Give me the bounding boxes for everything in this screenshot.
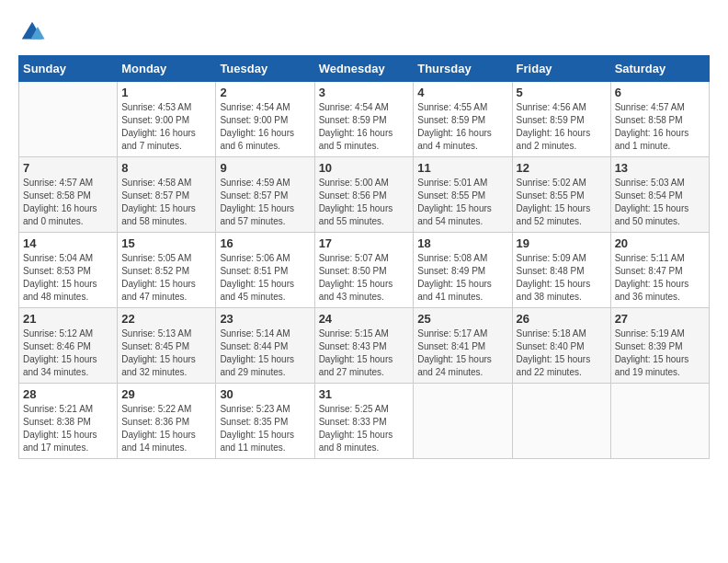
calendar-cell: 12Sunrise: 5:02 AM Sunset: 8:55 PM Dayli… — [512, 157, 610, 233]
day-info: Sunrise: 5:03 AM Sunset: 8:54 PM Dayligh… — [615, 177, 705, 228]
day-number: 24 — [319, 312, 410, 326]
calendar-cell: 1Sunrise: 4:53 AM Sunset: 9:00 PM Daylig… — [118, 82, 216, 157]
day-number: 22 — [121, 312, 211, 326]
week-row-3: 14Sunrise: 5:04 AM Sunset: 8:53 PM Dayli… — [19, 233, 710, 308]
day-info: Sunrise: 5:15 AM Sunset: 8:43 PM Dayligh… — [319, 327, 410, 379]
calendar-cell: 4Sunrise: 4:55 AM Sunset: 8:59 PM Daylig… — [414, 82, 512, 157]
day-number: 18 — [417, 236, 507, 250]
day-number: 21 — [23, 312, 113, 326]
calendar-cell: 29Sunrise: 5:22 AM Sunset: 8:36 PM Dayli… — [118, 384, 216, 459]
day-number: 15 — [121, 236, 211, 250]
day-info: Sunrise: 5:01 AM Sunset: 8:55 PM Dayligh… — [417, 177, 507, 228]
calendar-header: SundayMondayTuesdayWednesdayThursdayFrid… — [19, 56, 710, 82]
day-info: Sunrise: 4:53 AM Sunset: 9:00 PM Dayligh… — [121, 101, 211, 153]
calendar-cell: 19Sunrise: 5:09 AM Sunset: 8:48 PM Dayli… — [512, 233, 610, 308]
day-info: Sunrise: 5:19 AM Sunset: 8:39 PM Dayligh… — [615, 327, 705, 379]
day-info: Sunrise: 5:21 AM Sunset: 8:38 PM Dayligh… — [23, 403, 113, 454]
calendar-cell: 11Sunrise: 5:01 AM Sunset: 8:55 PM Dayli… — [414, 157, 512, 233]
calendar-cell: 15Sunrise: 5:05 AM Sunset: 8:52 PM Dayli… — [118, 233, 216, 308]
calendar-cell: 22Sunrise: 5:13 AM Sunset: 8:45 PM Dayli… — [118, 308, 216, 384]
day-number: 19 — [517, 236, 607, 250]
calendar-cell: 27Sunrise: 5:19 AM Sunset: 8:39 PM Dayli… — [610, 308, 709, 384]
calendar-cell: 31Sunrise: 5:25 AM Sunset: 8:33 PM Dayli… — [314, 384, 414, 459]
calendar-cell: 25Sunrise: 5:17 AM Sunset: 8:41 PM Dayli… — [414, 308, 512, 384]
calendar-table: SundayMondayTuesdayWednesdayThursdayFrid… — [18, 55, 710, 459]
week-row-4: 21Sunrise: 5:12 AM Sunset: 8:46 PM Dayli… — [19, 308, 710, 384]
calendar-cell: 26Sunrise: 5:18 AM Sunset: 8:40 PM Dayli… — [512, 308, 610, 384]
day-info: Sunrise: 5:04 AM Sunset: 8:53 PM Dayligh… — [23, 252, 113, 304]
day-number: 9 — [220, 161, 310, 175]
day-number: 12 — [517, 161, 607, 175]
calendar-cell — [610, 384, 709, 459]
day-number: 16 — [220, 236, 310, 250]
week-row-2: 7Sunrise: 4:57 AM Sunset: 8:58 PM Daylig… — [19, 157, 710, 233]
calendar-cell: 2Sunrise: 4:54 AM Sunset: 9:00 PM Daylig… — [216, 82, 314, 157]
header-tuesday: Tuesday — [216, 56, 314, 82]
day-info: Sunrise: 4:56 AM Sunset: 8:59 PM Dayligh… — [517, 101, 607, 153]
header-row: SundayMondayTuesdayWednesdayThursdayFrid… — [19, 56, 710, 82]
day-number: 11 — [417, 161, 507, 175]
day-number: 6 — [615, 86, 705, 99]
week-row-1: 1Sunrise: 4:53 AM Sunset: 9:00 PM Daylig… — [19, 82, 710, 157]
day-info: Sunrise: 4:55 AM Sunset: 8:59 PM Dayligh… — [417, 101, 507, 153]
day-number: 1 — [121, 86, 211, 99]
day-info: Sunrise: 5:05 AM Sunset: 8:52 PM Dayligh… — [121, 252, 211, 304]
header-monday: Monday — [118, 56, 216, 82]
day-number: 7 — [23, 161, 113, 175]
day-number: 13 — [615, 161, 705, 175]
day-info: Sunrise: 5:17 AM Sunset: 8:41 PM Dayligh… — [417, 327, 507, 379]
calendar-cell: 5Sunrise: 4:56 AM Sunset: 8:59 PM Daylig… — [512, 82, 610, 157]
day-info: Sunrise: 5:09 AM Sunset: 8:48 PM Dayligh… — [517, 252, 607, 304]
day-info: Sunrise: 5:02 AM Sunset: 8:55 PM Dayligh… — [517, 177, 607, 228]
calendar-cell: 30Sunrise: 5:23 AM Sunset: 8:35 PM Dayli… — [216, 384, 314, 459]
day-number: 8 — [121, 161, 211, 175]
header-friday: Friday — [512, 56, 610, 82]
day-info: Sunrise: 5:11 AM Sunset: 8:47 PM Dayligh… — [615, 252, 705, 304]
day-info: Sunrise: 5:08 AM Sunset: 8:49 PM Dayligh… — [417, 252, 507, 304]
day-info: Sunrise: 4:59 AM Sunset: 8:57 PM Dayligh… — [220, 177, 310, 228]
calendar-cell: 28Sunrise: 5:21 AM Sunset: 8:38 PM Dayli… — [19, 384, 118, 459]
day-info: Sunrise: 5:25 AM Sunset: 8:33 PM Dayligh… — [319, 403, 410, 454]
calendar-cell: 10Sunrise: 5:00 AM Sunset: 8:56 PM Dayli… — [314, 157, 414, 233]
day-number: 29 — [121, 387, 211, 401]
calendar-cell: 21Sunrise: 5:12 AM Sunset: 8:46 PM Dayli… — [19, 308, 118, 384]
calendar-cell — [414, 384, 512, 459]
day-info: Sunrise: 5:23 AM Sunset: 8:35 PM Dayligh… — [220, 403, 310, 454]
day-number: 31 — [319, 387, 410, 401]
calendar-cell: 7Sunrise: 4:57 AM Sunset: 8:58 PM Daylig… — [19, 157, 118, 233]
day-number: 10 — [319, 161, 410, 175]
day-info: Sunrise: 5:07 AM Sunset: 8:50 PM Dayligh… — [319, 252, 410, 304]
header-thursday: Thursday — [414, 56, 512, 82]
calendar-body: 1Sunrise: 4:53 AM Sunset: 9:00 PM Daylig… — [19, 82, 710, 459]
calendar-cell: 16Sunrise: 5:06 AM Sunset: 8:51 PM Dayli… — [216, 233, 314, 308]
day-info: Sunrise: 5:12 AM Sunset: 8:46 PM Dayligh… — [23, 327, 113, 379]
day-info: Sunrise: 4:54 AM Sunset: 9:00 PM Dayligh… — [220, 101, 310, 153]
calendar-cell — [19, 82, 118, 157]
logo-icon — [18, 18, 46, 46]
header-sunday: Sunday — [19, 56, 118, 82]
day-info: Sunrise: 4:57 AM Sunset: 8:58 PM Dayligh… — [23, 177, 113, 228]
day-number: 23 — [220, 312, 310, 326]
day-info: Sunrise: 5:13 AM Sunset: 8:45 PM Dayligh… — [121, 327, 211, 379]
week-row-5: 28Sunrise: 5:21 AM Sunset: 8:38 PM Dayli… — [19, 384, 710, 459]
day-number: 30 — [220, 387, 310, 401]
day-number: 17 — [319, 236, 410, 250]
day-number: 5 — [517, 86, 607, 99]
calendar-cell: 17Sunrise: 5:07 AM Sunset: 8:50 PM Dayli… — [314, 233, 414, 308]
calendar-cell: 9Sunrise: 4:59 AM Sunset: 8:57 PM Daylig… — [216, 157, 314, 233]
day-number: 2 — [220, 86, 310, 99]
calendar-cell: 23Sunrise: 5:14 AM Sunset: 8:44 PM Dayli… — [216, 308, 314, 384]
day-info: Sunrise: 5:00 AM Sunset: 8:56 PM Dayligh… — [319, 177, 410, 228]
day-info: Sunrise: 5:18 AM Sunset: 8:40 PM Dayligh… — [517, 327, 607, 379]
calendar-cell — [512, 384, 610, 459]
calendar-cell: 8Sunrise: 4:58 AM Sunset: 8:57 PM Daylig… — [118, 157, 216, 233]
day-info: Sunrise: 4:57 AM Sunset: 8:58 PM Dayligh… — [615, 101, 705, 153]
day-number: 4 — [417, 86, 507, 99]
day-info: Sunrise: 5:14 AM Sunset: 8:44 PM Dayligh… — [220, 327, 310, 379]
calendar-cell: 6Sunrise: 4:57 AM Sunset: 8:58 PM Daylig… — [610, 82, 709, 157]
calendar-cell: 13Sunrise: 5:03 AM Sunset: 8:54 PM Dayli… — [610, 157, 709, 233]
calendar-cell: 20Sunrise: 5:11 AM Sunset: 8:47 PM Dayli… — [610, 233, 709, 308]
day-info: Sunrise: 5:06 AM Sunset: 8:51 PM Dayligh… — [220, 252, 310, 304]
day-info: Sunrise: 4:54 AM Sunset: 8:59 PM Dayligh… — [319, 101, 410, 153]
calendar-cell: 14Sunrise: 5:04 AM Sunset: 8:53 PM Dayli… — [19, 233, 118, 308]
